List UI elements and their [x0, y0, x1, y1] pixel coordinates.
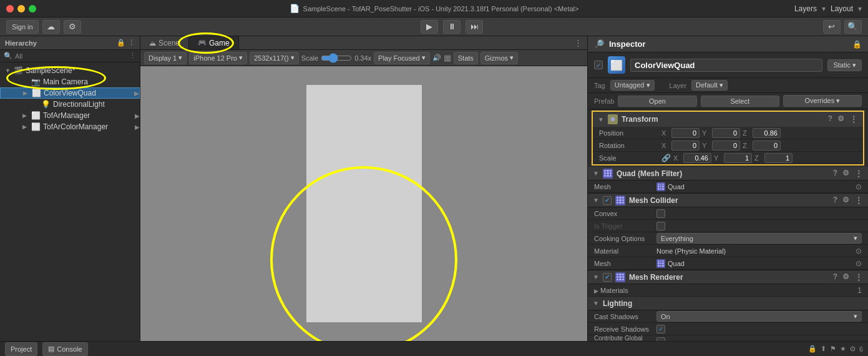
is-trigger-checkbox[interactable]	[656, 222, 665, 230]
hierarchy-item-maincamera[interactable]: 📷 Main Camera	[0, 76, 140, 87]
x-label: X	[661, 129, 669, 137]
more-vert-icon[interactable]: ⋮	[849, 114, 858, 124]
mesh-renderer-enabled-checkbox[interactable]	[603, 273, 612, 282]
more-vert-icon2[interactable]: ⋮	[854, 169, 863, 179]
play-button[interactable]: ▶	[421, 20, 438, 34]
file-icon: 📄	[290, 4, 300, 13]
collab-button[interactable]: ⚙	[64, 20, 81, 34]
grid-icon[interactable]: ▦	[444, 53, 451, 62]
audio-icon[interactable]: 🔊	[432, 54, 441, 62]
mesh-filter-header[interactable]: ▼ Quad (Mesh Filter) ? ⚙ ⋮	[588, 167, 868, 180]
minimize-button[interactable]	[17, 5, 25, 12]
prefab-select-btn[interactable]: Select	[701, 96, 779, 107]
mesh-collider-header[interactable]: ▼ Mesh Collider ? ⚙ ⋮	[588, 194, 868, 207]
more-icon: ⋮	[128, 39, 135, 47]
step-button[interactable]: ⏭	[466, 20, 483, 34]
hierarchy-item-tofarmanager[interactable]: ▶ ⬜ TofArManager ▶	[0, 110, 140, 121]
mesh-renderer-header[interactable]: ▼ Mesh Renderer ? ⚙ ⋮	[588, 270, 868, 284]
hierarchy-item-samplescene[interactable]: ▼ 🎬 SampleScene*	[0, 65, 140, 76]
scale-x-input[interactable]	[683, 153, 711, 163]
game-view-more[interactable]: ⋮	[569, 36, 587, 49]
cooking-options-dropdown[interactable]: Everything ▾	[656, 233, 862, 244]
contribute-global-checkbox[interactable]	[656, 337, 665, 342]
hierarchy-item-tofarcolormanager[interactable]: ▶ ⬜ TofArColorManager ▶	[0, 121, 140, 132]
inspector-lock-icon[interactable]: 🔒	[852, 40, 862, 49]
resolution-dropdown[interactable]: 2532x117() ▾	[250, 52, 299, 64]
console-icon: ▤	[48, 345, 54, 353]
cloud-button[interactable]: ☁	[42, 20, 60, 34]
pause-button[interactable]: ⏸	[443, 20, 461, 34]
gizmos-dropdown[interactable]: Gizmos ▾	[480, 52, 518, 64]
maximize-button[interactable]	[29, 5, 36, 12]
hierarchy-item-colorviewquad[interactable]: ▶ ⬜ ColorViewQuad ▶	[0, 87, 140, 99]
chevron-cooking: ▾	[854, 234, 857, 242]
gear-icon3[interactable]: ⚙	[842, 195, 849, 205]
position-xyz: X Y Z	[661, 128, 857, 138]
go-active-checkbox[interactable]	[594, 61, 603, 69]
more-vert-icon4[interactable]: ⋮	[854, 272, 863, 282]
display-dropdown[interactable]: Display 1 ▾	[144, 52, 187, 64]
tab-game[interactable]: 🎮 Game	[189, 36, 239, 49]
static-dropdown[interactable]: Static ▾	[827, 59, 862, 71]
tag-dropdown[interactable]: Untagged ▾	[610, 80, 655, 91]
scale-z-input[interactable]	[764, 153, 792, 163]
position-label: Position	[599, 129, 661, 137]
transform-section: ▼ ⊕ Transform ? ⚙ ⋮ Position X Y	[592, 111, 864, 166]
scale-slider[interactable]	[321, 53, 352, 63]
arrow-right-icon2: ▶	[135, 112, 140, 119]
tab-scene[interactable]: ⛰ Scene	[140, 36, 189, 49]
collider-material-name: None (Physic Material)	[656, 247, 726, 255]
help-icon[interactable]: ?	[828, 114, 832, 124]
upload-icon: ⬆	[821, 345, 826, 353]
help-icon4[interactable]: ?	[833, 272, 837, 282]
console-label: Console	[57, 345, 82, 353]
cast-shadows-label: Cast Shadows	[594, 313, 656, 320]
go-name-input[interactable]	[630, 59, 822, 72]
cast-shadows-dropdown[interactable]: On ▾	[656, 311, 862, 322]
prefab-overrides-btn[interactable]: Overrides ▾	[783, 95, 862, 107]
console-tab[interactable]: ▤ Console	[42, 342, 87, 356]
receive-shadows-checkbox[interactable]	[656, 325, 665, 334]
resolution-label: 2532x117()	[254, 54, 289, 62]
scale-y-input[interactable]	[724, 153, 752, 163]
inspector-header: 🔎 Inspector 🔒	[588, 36, 868, 52]
pick-icon3[interactable]: ⊙	[856, 259, 862, 268]
more-vert-icon3[interactable]: ⋮	[854, 195, 863, 205]
search-button[interactable]: 🔍	[844, 20, 862, 34]
project-tab[interactable]: Project	[5, 342, 37, 356]
convex-checkbox[interactable]	[656, 209, 665, 218]
lighting-label: Lighting	[603, 299, 632, 308]
hierarchy-item-label: Main Camera	[43, 77, 88, 86]
prefab-open-btn[interactable]: Open	[618, 96, 696, 107]
layer-dropdown[interactable]: Default ▾	[691, 80, 728, 91]
help-icon3[interactable]: ?	[833, 195, 837, 205]
close-button[interactable]	[6, 5, 14, 12]
pick-icon2[interactable]: ⊙	[856, 247, 862, 255]
rotation-y-input[interactable]	[712, 141, 740, 151]
position-x-input[interactable]	[671, 128, 700, 138]
rotation-z-input[interactable]	[753, 141, 781, 151]
pick-icon[interactable]: ⊙	[856, 182, 862, 191]
play-focused-dropdown[interactable]: Play Focused ▾	[374, 52, 430, 64]
gear-icon4[interactable]: ⚙	[842, 272, 849, 282]
stats-button[interactable]: Stats	[454, 52, 478, 64]
help-icon2[interactable]: ?	[833, 169, 837, 179]
undo-button[interactable]: ↩	[823, 20, 841, 34]
lighting-section-header[interactable]: ▼ Lighting	[588, 297, 868, 310]
hierarchy-item-label: ColorViewQuad	[44, 89, 96, 97]
mesh-collider-enabled-checkbox[interactable]	[603, 196, 612, 205]
sign-in-button[interactable]: Sign in	[6, 20, 39, 34]
position-z-input[interactable]	[753, 128, 781, 138]
title-bar-center: 📄 SampleScene - TofAR_PoseShutter - iOS …	[290, 4, 579, 13]
hierarchy-item-directionallight[interactable]: 💡 DirectionalLight	[0, 99, 140, 110]
gear-small-icon[interactable]: ⚙	[837, 114, 844, 124]
transform-header[interactable]: ▼ ⊕ Transform ? ⚙ ⋮	[593, 112, 863, 127]
position-y-input[interactable]	[712, 128, 740, 138]
chevron-icon: ▾	[178, 54, 182, 62]
play-focused-label: Play Focused	[378, 54, 420, 62]
rotation-x-input[interactable]	[671, 141, 700, 151]
mesh-renderer-title: Mesh Renderer	[629, 273, 683, 282]
device-dropdown[interactable]: iPhone 12 Pro ▾	[189, 52, 247, 64]
gear-icon2[interactable]: ⚙	[842, 169, 849, 179]
materials-expand-icon: ▶	[594, 288, 598, 294]
